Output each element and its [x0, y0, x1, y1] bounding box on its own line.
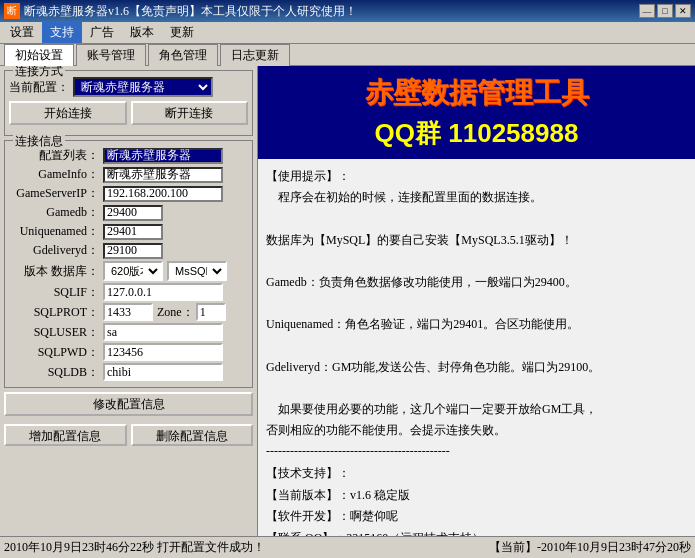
usage-line-4: Gamedb：负责角色数据修改功能使用，一般端口为29400。 [266, 273, 687, 292]
close-button[interactable]: ✕ [675, 4, 691, 18]
usage-line-2: 数据库为【MySQL】的要自己安装【MySQL3.5.1驱动】！ [266, 231, 687, 250]
gameinfo-row: GameInfo： 断魂赤壁服务器 [9, 166, 248, 183]
tech-dev-row: 【软件开发】： 啊楚仰呢 [266, 506, 687, 528]
tech-qq-label: 【联系 QQ】： [266, 528, 346, 536]
gdeliveryd-label: Gdeliveryd： [9, 242, 99, 259]
tab-account-management[interactable]: 账号管理 [76, 44, 146, 66]
sqldb-row: SQLDB： [9, 363, 248, 381]
gameserverip-value: 192.168.200.100 [103, 186, 223, 202]
usage-line-9 [266, 379, 687, 398]
menu-support[interactable]: 支持 [42, 22, 82, 43]
app-icon: 断 [4, 3, 20, 19]
add-config-button[interactable]: 增加配置信息 [4, 424, 127, 446]
gameinfo-value: 断魂赤壁服务器 [103, 167, 223, 183]
connection-info-group: 连接信息 配置列表： 断魂赤壁服务器 GameInfo： 断魂赤壁服务器 Gam… [4, 140, 253, 388]
title-text: 断魂赤壁服务器v1.6【免责声明】本工具仅限于个人研究使用！ [24, 3, 639, 20]
usage-line-7 [266, 337, 687, 356]
config-list-value: 断魂赤壁服务器 [103, 148, 223, 164]
usage-line-11: 否则相应的功能不能使用。会提示连接失败。 [266, 421, 687, 440]
connection-method-group: 连接方式 当前配置： 断魂赤壁服务器 开始连接 断开连接 [4, 70, 253, 136]
stop-connect-button[interactable]: 断开连接 [131, 101, 249, 125]
minimize-button[interactable]: — [639, 4, 655, 18]
tab-initial-setup[interactable]: 初始设置 [4, 44, 74, 66]
version-row: 版本 数据库： 620版本 MsSQL库 [9, 261, 248, 281]
tech-dev-label: 【软件开发】： [266, 506, 350, 528]
sqldb-input[interactable] [103, 363, 223, 381]
sqlif-row: SQLIF： [9, 283, 248, 301]
gamedb-value: 29400 [103, 205, 163, 221]
left-panel: 连接方式 当前配置： 断魂赤壁服务器 开始连接 断开连接 连接信息 配置列表： … [0, 66, 258, 536]
banner-title: 赤壁数据管理工具 [266, 74, 687, 112]
sqldb-label: SQLDB： [9, 364, 99, 381]
tab-role-management[interactable]: 角色管理 [148, 44, 218, 66]
zone-label: Zone： [157, 304, 194, 321]
status-bar: 2010年10月9日23时46分22秒 打开配置文件成功！ 【当前】-2010年… [0, 536, 695, 558]
title-bar: 断 断魂赤壁服务器v1.6【免责声明】本工具仅限于个人研究使用！ — □ ✕ [0, 0, 695, 22]
connection-method-label: 连接方式 [13, 66, 65, 80]
usage-line-5 [266, 294, 687, 313]
gamedb-row: Gamedb： 29400 [9, 204, 248, 221]
config-action-buttons: 增加配置信息 删除配置信息 [4, 424, 253, 446]
tech-dev-value: 啊楚仰呢 [350, 506, 398, 528]
status-left: 2010年10月9日23时46分22秒 打开配置文件成功！ [4, 539, 265, 556]
uniquenamed-value: 29401 [103, 224, 163, 240]
gameserverip-row: GameServerIP： 192.168.200.100 [9, 185, 248, 202]
menu-version[interactable]: 版本 [122, 22, 162, 43]
menu-ad[interactable]: 广告 [82, 22, 122, 43]
version-label: 版本 数据库： [9, 263, 99, 280]
tech-version-label: 【当前版本】： [266, 485, 350, 507]
usage-line-10: 如果要使用必要的功能，这几个端口一定要开放给GM工具， [266, 400, 687, 419]
sqlpwd-label: SQLPWD： [9, 344, 99, 361]
right-content: 【使用提示】： 程序会在初始的时候，连接配置里面的数据连接。 数据库为【MySQ… [258, 159, 695, 536]
tab-log-update[interactable]: 日志更新 [220, 44, 290, 66]
sqlprot-row: SQLPROT： Zone： [9, 303, 248, 321]
usage-line-0: 程序会在初始的时候，连接配置里面的数据连接。 [266, 188, 687, 207]
tech-support: 【当前版本】： v1.6 稳定版 【软件开发】： 啊楚仰呢 【联系 QQ】： 3… [266, 485, 687, 536]
gdeliveryd-value: 29100 [103, 243, 163, 259]
usage-line-3 [266, 252, 687, 271]
banner: 赤壁数据管理工具 QQ群 110258988 [258, 66, 695, 159]
modify-config-button[interactable]: 修改配置信息 [4, 392, 253, 416]
start-connect-button[interactable]: 开始连接 [9, 101, 127, 125]
usage-title: 【使用提示】： [266, 167, 687, 186]
tech-version-row: 【当前版本】： v1.6 稳定版 [266, 485, 687, 507]
menu-bar: 设置 支持 广告 版本 更新 [0, 22, 695, 44]
sqlpwd-input[interactable] [103, 343, 223, 361]
connect-buttons: 开始连接 断开连接 [9, 101, 248, 125]
maximize-button[interactable]: □ [657, 4, 673, 18]
current-config-label: 当前配置： [9, 79, 69, 96]
uniquenamed-row: Uniquenamed： 29401 [9, 223, 248, 240]
usage-line-1 [266, 209, 687, 228]
sqluser-label: SQLUSER： [9, 324, 99, 341]
sqlif-input[interactable] [103, 283, 223, 301]
db-type-select[interactable]: MsSQL库 [167, 261, 227, 281]
usage-line-6: Uniquenamed：角色名验证，端口为29401。合区功能使用。 [266, 315, 687, 334]
config-dropdown[interactable]: 断魂赤壁服务器 [73, 77, 213, 97]
delete-config-button[interactable]: 删除配置信息 [131, 424, 254, 446]
window-controls: — □ ✕ [639, 4, 691, 18]
sqlprot-label: SQLPROT： [9, 304, 99, 321]
gameserverip-label: GameServerIP： [9, 185, 99, 202]
sqlprot-input[interactable] [103, 303, 153, 321]
tech-qq-value: 3315160（远程技术支持） [346, 528, 484, 536]
usage-line-8: Gdeliveryd：GM功能,发送公告、封停角色功能。端口为29100。 [266, 358, 687, 377]
version-select[interactable]: 620版本 [103, 261, 163, 281]
sqluser-input[interactable] [103, 323, 223, 341]
tech-qq-row: 【联系 QQ】： 3315160（远程技术支持） [266, 528, 687, 536]
sqluser-row: SQLUSER： [9, 323, 248, 341]
banner-qq: QQ群 110258988 [266, 116, 687, 151]
gamedb-label: Gamedb： [9, 204, 99, 221]
usage-divider: ----------------------------------------… [266, 442, 687, 461]
zone-input[interactable] [196, 303, 226, 321]
menu-settings[interactable]: 设置 [2, 22, 42, 43]
sqlif-label: SQLIF： [9, 284, 99, 301]
main-content: 连接方式 当前配置： 断魂赤壁服务器 开始连接 断开连接 连接信息 配置列表： … [0, 66, 695, 536]
tab-bar: 初始设置 账号管理 角色管理 日志更新 [0, 44, 695, 66]
right-panel: 赤壁数据管理工具 QQ群 110258988 【使用提示】： 程序会在初始的时候… [258, 66, 695, 536]
connection-info-label: 连接信息 [13, 133, 65, 150]
gameinfo-label: GameInfo： [9, 166, 99, 183]
sqlpwd-row: SQLPWD： [9, 343, 248, 361]
menu-update[interactable]: 更新 [162, 22, 202, 43]
uniquenamed-label: Uniquenamed： [9, 223, 99, 240]
gdeliveryd-row: Gdeliveryd： 29100 [9, 242, 248, 259]
